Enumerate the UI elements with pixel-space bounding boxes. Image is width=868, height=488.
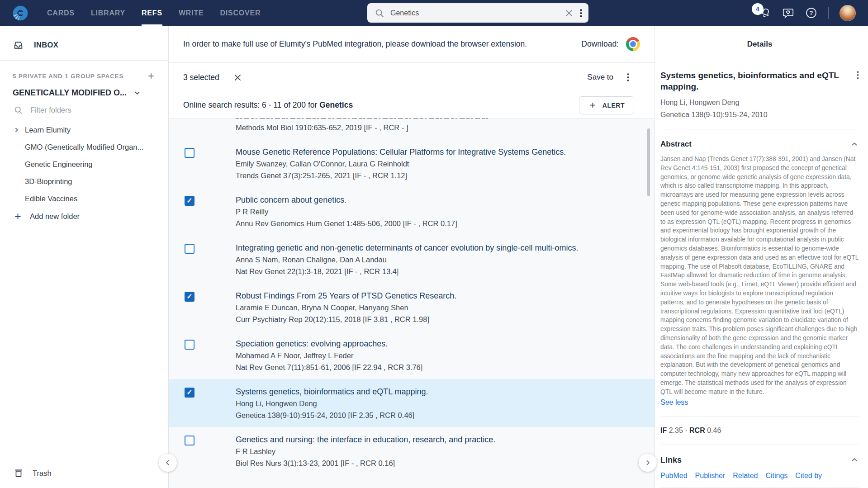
- trash-label: Trash: [33, 469, 52, 478]
- result-item-clipped[interactable]: Methods Mol Biol 1910:635-652, 2019 [IF …: [169, 118, 655, 139]
- result-checkbox[interactable]: [185, 244, 194, 254]
- result-authors: P R Reilly: [236, 206, 457, 218]
- create-alert-button[interactable]: ALERT: [579, 96, 634, 114]
- notifications-button[interactable]: 4: [759, 7, 771, 19]
- primary-nav: CARDS LIBRARY REFS WRITE DISCOVER: [47, 0, 261, 26]
- if-value: 2.35: [669, 426, 683, 434]
- result-item[interactable]: Integrating genetic and non-genetic dete…: [169, 235, 655, 283]
- inbox-icon: [13, 39, 24, 51]
- link-citings[interactable]: Citings: [765, 472, 787, 480]
- link-cited-by[interactable]: Cited by: [795, 472, 822, 480]
- alert-label: ALERT: [602, 102, 625, 109]
- user-avatar[interactable]: [840, 5, 856, 21]
- link-pubmed[interactable]: PubMed: [660, 472, 688, 480]
- search-input[interactable]: [390, 9, 558, 17]
- folder-edible-vaccines[interactable]: Edible Vaccines: [0, 190, 168, 207]
- link-publisher[interactable]: Publisher: [695, 472, 726, 480]
- folder-3d-bioprinting[interactable]: 3D-Bioprinting: [0, 173, 168, 190]
- link-related[interactable]: Related: [733, 472, 758, 480]
- feedback-heart-bubble-icon: [782, 7, 794, 19]
- result-title[interactable]: Integrating genetic and non-genetic dete…: [236, 242, 578, 254]
- list-scrollbar[interactable]: [647, 128, 650, 196]
- result-checkbox[interactable]: [185, 196, 194, 206]
- folder-learn-elumity[interactable]: Learn Elumity: [0, 121, 168, 138]
- metrics-line: IF 2.35 · RCR 0.46: [660, 426, 859, 435]
- result-item-selected[interactable]: Systems genetics, bioinformatics and eQT…: [169, 379, 655, 427]
- results-query: Genetics: [319, 100, 353, 109]
- result-checkbox[interactable]: [185, 340, 194, 350]
- chevron-right-icon[interactable]: [13, 126, 20, 134]
- result-title[interactable]: Robust Findings From 25 Years of PTSD Ge…: [236, 290, 456, 302]
- nav-refs[interactable]: REFS: [142, 0, 162, 26]
- save-to-button[interactable]: Save to: [587, 73, 613, 82]
- sidebar-item-trash[interactable]: Trash: [0, 468, 168, 478]
- result-checkbox[interactable]: [185, 388, 194, 398]
- add-new-folder-button[interactable]: Add new folder: [0, 212, 168, 221]
- pubmed-extension-banner: In order to make full use of Elumity's P…: [169, 26, 655, 63]
- result-title[interactable]: Genetics and nursing: the interface in e…: [236, 434, 495, 445]
- details-divider: [660, 129, 859, 129]
- banner-message: In order to make full use of Elumity's P…: [183, 39, 527, 49]
- result-journal: Methods Mol Biol 1910:635-652, 2019 [IF …: [236, 122, 636, 133]
- reference-kebab-icon[interactable]: [857, 71, 859, 79]
- reference-journal: Genetica 138(9-10):915-24, 2010: [660, 111, 859, 119]
- result-item[interactable]: Public concern about genetics. P R Reill…: [169, 187, 655, 235]
- search-icon: [14, 105, 23, 115]
- nav-discover[interactable]: DISCOVER: [220, 0, 261, 26]
- links-row: PubMed Publisher Related Citings Cited b…: [660, 472, 859, 480]
- see-less-link[interactable]: See less: [660, 398, 859, 407]
- chevron-up-icon[interactable]: [850, 455, 859, 464]
- folder-gmo[interactable]: GMO (Genetically Modified Organ...: [0, 138, 168, 156]
- elumity-logo-icon[interactable]: [12, 5, 29, 22]
- result-checkbox[interactable]: [185, 436, 194, 445]
- help-button[interactable]: ?: [805, 7, 817, 19]
- nav-library[interactable]: LIBRARY: [91, 0, 125, 26]
- top-navbar: CARDS LIBRARY REFS WRITE DISCOVER: [0, 0, 868, 26]
- abstract-section-header[interactable]: Abstract: [660, 140, 859, 149]
- folder-filter: [0, 105, 168, 115]
- clear-selection-icon[interactable]: [233, 73, 242, 82]
- result-journal: Curr Psychiatry Rep 20(12):115, 2018 [IF…: [236, 313, 456, 325]
- result-journal: Nat Rev Genet 7(11):851-61, 2006 [IF 22.…: [236, 361, 422, 373]
- chrome-icon[interactable]: [626, 37, 640, 51]
- filter-folders-input[interactable]: [30, 106, 155, 114]
- sidebar-item-inbox[interactable]: INBOX: [0, 38, 168, 52]
- next-page-button[interactable]: [639, 454, 657, 472]
- details-panel: Details Systems genetics, bioinformatics…: [655, 26, 868, 488]
- result-journal: Trends Genet 37(3):251-265, 2021 [IF - ,…: [236, 170, 566, 181]
- chevron-down-icon: [133, 89, 142, 97]
- result-title[interactable]: Systems genetics, bioinformatics and eQT…: [236, 386, 428, 398]
- notification-badge: 4: [752, 3, 764, 15]
- current-space-selector[interactable]: GENETICALLY MODIFIED O...: [0, 88, 168, 98]
- result-authors: Hong Li, Hongwen Deng: [236, 398, 428, 409]
- result-item[interactable]: Genetics and nursing: the interface in e…: [169, 427, 655, 475]
- feedback-button[interactable]: [782, 7, 794, 19]
- chevron-up-icon[interactable]: [850, 140, 859, 149]
- clear-search-icon[interactable]: [564, 8, 574, 18]
- search-icon: [375, 8, 384, 18]
- result-item[interactable]: Mouse Genetic Reference Populations: Cel…: [169, 139, 655, 187]
- clipped-authors-line: [236, 118, 489, 122]
- results-list: Methods Mol Biol 1910:635-652, 2019 [IF …: [169, 118, 655, 488]
- previous-page-button[interactable]: [159, 454, 177, 472]
- result-title[interactable]: Speciation genetics: evolving approaches…: [236, 338, 422, 350]
- result-checkbox[interactable]: [185, 292, 194, 302]
- result-title[interactable]: Public concern about genetics.: [236, 194, 457, 206]
- links-section-header[interactable]: Links: [660, 455, 859, 465]
- sidebar-divider: [0, 60, 168, 61]
- search-options-kebab-icon[interactable]: [580, 9, 582, 17]
- metrics-separator: ·: [685, 426, 687, 434]
- nav-cards[interactable]: CARDS: [47, 0, 75, 26]
- result-item[interactable]: Speciation genetics: evolving approaches…: [169, 331, 655, 379]
- result-title[interactable]: Mouse Genetic Reference Populations: Cel…: [236, 146, 566, 158]
- folder-label: GMO (Genetically Modified Organ...: [25, 143, 143, 152]
- nav-write[interactable]: WRITE: [179, 0, 204, 26]
- result-item[interactable]: Robust Findings From 25 Years of PTSD Ge…: [169, 283, 655, 331]
- folder-genetic-engineering[interactable]: Genetic Engineering: [0, 156, 168, 173]
- result-checkbox[interactable]: [185, 148, 194, 158]
- result-authors: Anna S Nam, Ronan Chaligne, Dan A Landau: [236, 254, 578, 265]
- result-journal: Biol Res Nurs 3(1):13-23, 2001 [IF - , R…: [236, 457, 495, 469]
- selection-kebab-icon[interactable]: [627, 73, 629, 81]
- folder-list: Learn Elumity GMO (Genetically Modified …: [0, 121, 168, 207]
- add-space-button[interactable]: [147, 71, 156, 81]
